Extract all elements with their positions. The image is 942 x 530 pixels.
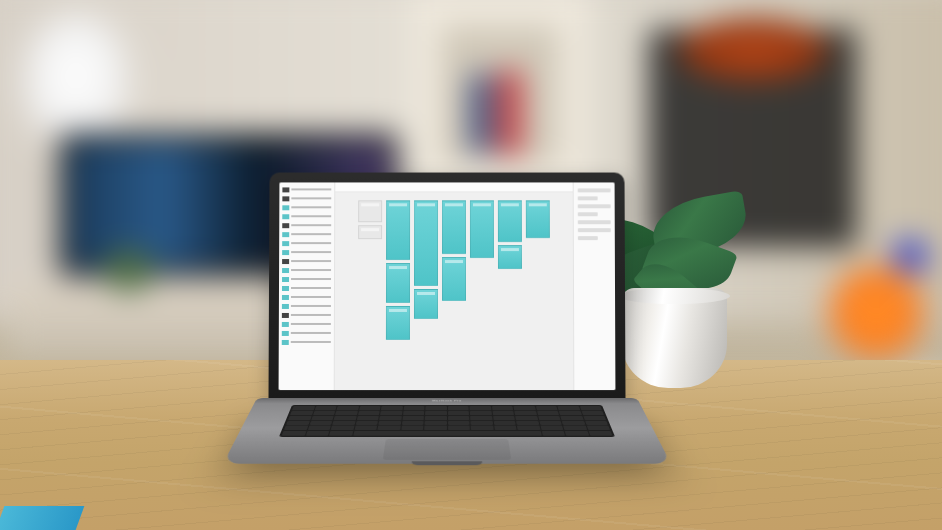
- artboard: [386, 306, 410, 340]
- front-notch: [412, 461, 483, 465]
- artboard: [498, 200, 522, 242]
- layer-row: [282, 294, 331, 300]
- keyboard: [279, 405, 615, 437]
- design-canvas: [335, 182, 574, 390]
- layer-row: [282, 240, 331, 246]
- property-row: [578, 236, 598, 240]
- layer-row: [282, 276, 331, 282]
- laptop: MacBook Pro: [257, 172, 637, 496]
- property-row: [578, 204, 611, 208]
- layer-row: [282, 303, 331, 309]
- layers-panel: [279, 182, 336, 390]
- properties-panel: [573, 182, 616, 390]
- layer-row: [282, 258, 331, 264]
- red-object: [499, 71, 520, 155]
- ambient-light: [813, 260, 939, 365]
- artboard: [414, 289, 438, 319]
- artboard: [414, 200, 438, 286]
- laptop-base: MacBook Pro: [223, 398, 671, 464]
- layer-row: [282, 204, 331, 210]
- property-row: [578, 228, 611, 232]
- laptop-lid: [268, 173, 625, 401]
- artboard: [498, 245, 522, 269]
- artboard: [442, 257, 466, 301]
- artboard: [526, 200, 550, 238]
- artboard: [358, 200, 382, 222]
- artboard: [358, 225, 382, 239]
- plant-pot: [622, 288, 727, 388]
- layer-row: [282, 267, 331, 273]
- blue-object-foreground: [0, 506, 84, 530]
- layer-row: [282, 312, 331, 318]
- layer-row: [282, 285, 331, 291]
- artboard: [470, 200, 494, 258]
- property-row: [578, 188, 611, 192]
- layer-row: [282, 213, 331, 219]
- small-plant: [102, 249, 154, 291]
- layer-row: [282, 339, 331, 345]
- property-row: [578, 196, 598, 200]
- blue-book: [470, 75, 493, 153]
- layer-row: [282, 231, 331, 237]
- layer-row: [282, 249, 331, 255]
- property-row: [578, 220, 611, 224]
- artboard: [442, 200, 466, 254]
- layer-row: [282, 222, 331, 228]
- app-titlebar: [335, 182, 572, 192]
- artboard: [386, 200, 410, 260]
- laptop-screen: [279, 182, 616, 390]
- property-row: [578, 212, 598, 216]
- trackpad: [383, 439, 511, 460]
- layer-row: [282, 195, 331, 201]
- layer-row: [282, 321, 331, 327]
- artboard: [386, 263, 410, 303]
- laptop-model-label: MacBook Pro: [255, 399, 639, 402]
- layer-row: [282, 186, 331, 192]
- layer-row: [282, 330, 331, 336]
